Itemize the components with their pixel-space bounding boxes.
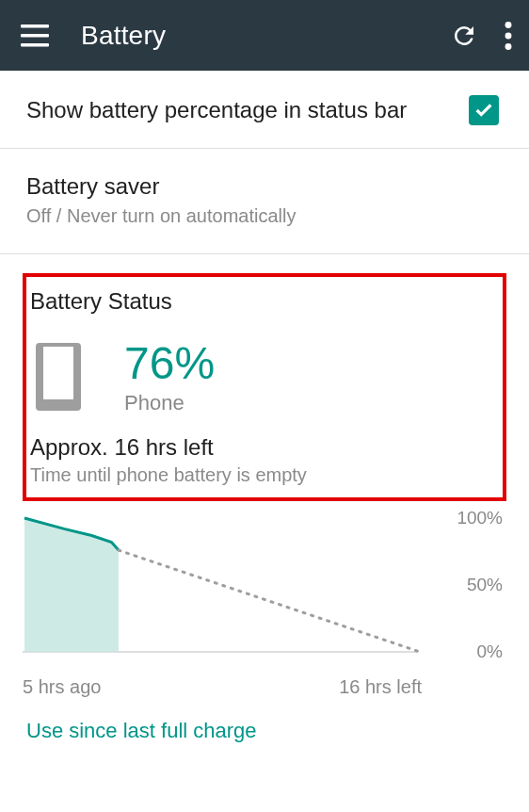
annotation-box: Battery Status 76% Phone Approx. 16 hrs … — [23, 273, 506, 501]
battery-status-row: 76% Phone — [26, 337, 503, 415]
battery-status-section: Battery Status 76% Phone Approx. 16 hrs … — [0, 254, 529, 501]
show-percentage-row[interactable]: Show battery percentage in status bar — [0, 71, 529, 149]
svg-rect-2 — [21, 43, 49, 47]
app-toolbar: Battery — [0, 0, 529, 71]
chart-time-right: 16 hrs left — [339, 676, 422, 698]
svg-text:0%: 0% — [477, 641, 504, 661]
svg-rect-1 — [21, 34, 49, 38]
battery-saver-row[interactable]: Battery saver Off / Never turn on automa… — [0, 149, 529, 254]
svg-point-3 — [505, 22, 512, 28]
battery-saver-title: Battery saver — [26, 173, 503, 200]
svg-text:100%: 100% — [457, 511, 503, 528]
battery-chart[interactable]: 100% 50% 0% — [0, 511, 529, 671]
phone-icon — [36, 343, 81, 411]
svg-text:50%: 50% — [467, 575, 503, 594]
chart-time-left: 5 hrs ago — [23, 676, 101, 698]
svg-rect-0 — [21, 24, 49, 28]
svg-point-5 — [505, 43, 512, 50]
page-title: Battery — [81, 21, 450, 51]
use-since-full-charge-link[interactable]: Use since last full charge — [0, 698, 529, 743]
overflow-icon[interactable] — [505, 22, 512, 50]
svg-point-4 — [505, 32, 512, 39]
chart-time-labels: 5 hrs ago 16 hrs left — [23, 671, 506, 698]
show-percentage-label: Show battery percentage in status bar — [26, 97, 407, 123]
battery-approx-sub: Time until phone battery is empty — [26, 464, 503, 486]
battery-percent: 76% — [124, 337, 215, 389]
battery-approx: Approx. 16 hrs left — [26, 434, 503, 461]
battery-status-heading: Battery Status — [26, 288, 503, 315]
battery-device-label: Phone — [124, 391, 215, 415]
content: Show battery percentage in status bar Ba… — [0, 71, 529, 743]
battery-saver-subtitle: Off / Never turn on automatically — [26, 205, 503, 227]
refresh-icon[interactable] — [450, 22, 478, 50]
menu-icon[interactable] — [21, 24, 49, 47]
show-percentage-checkbox[interactable] — [469, 95, 499, 125]
